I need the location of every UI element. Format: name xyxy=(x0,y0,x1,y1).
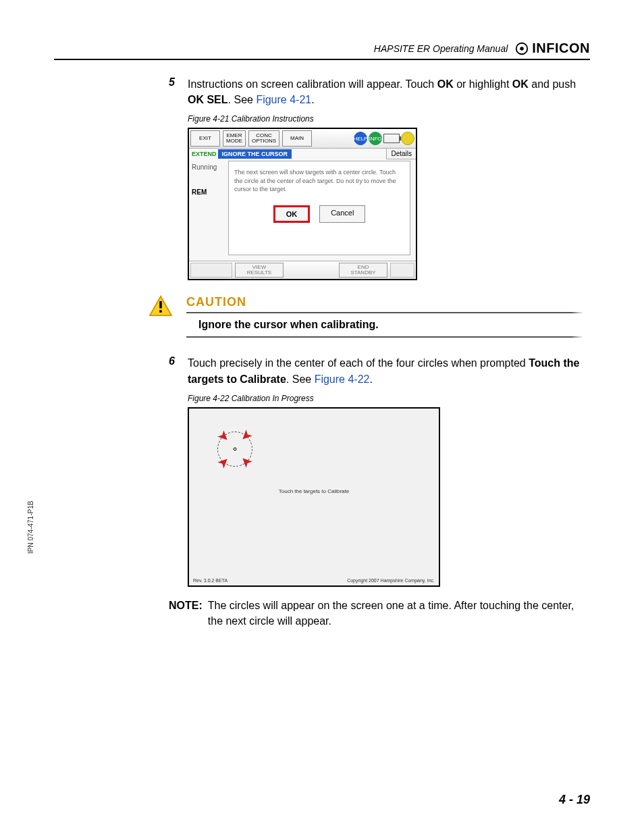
revision-label: Rev. 3.0.2 BETA xyxy=(193,578,227,583)
caution-text: Ignore the cursor when calibrating. xyxy=(198,319,583,331)
exit-button[interactable]: EXIT xyxy=(190,130,220,147)
svg-rect-4 xyxy=(159,311,162,313)
figure-4-21-link[interactable]: Figure 4-21 xyxy=(256,94,311,105)
running-label: Running xyxy=(192,163,225,171)
copyright-label: Copyright 2007 Hampshire Company, Inc. xyxy=(347,578,435,583)
figure-4-22: ➤ ➤ ➤ ➤ Touch the targets to Calibrate R… xyxy=(188,407,440,587)
note-text: The circles will appear on the screen on… xyxy=(208,598,583,629)
figure-4-21-caption: Figure 4-21 Calibration Instructions xyxy=(188,114,583,124)
bottom-slot xyxy=(190,263,232,278)
step-number: 6 xyxy=(169,355,178,386)
brand-name: INFICON xyxy=(532,41,590,56)
caution-title: CAUTION xyxy=(186,295,583,309)
ipn-sidebar: IPN 074-471-P1B xyxy=(27,501,34,554)
end-standby-button[interactable]: ENDSTANDBY xyxy=(339,263,387,278)
brand-logo: INFICON xyxy=(514,41,590,56)
ok-button[interactable]: OK xyxy=(273,205,311,223)
note-label: NOTE: xyxy=(169,598,203,629)
conc-options-button[interactable]: CONCOPTIONS xyxy=(248,130,279,147)
calibration-target[interactable]: ➤ ➤ ➤ ➤ xyxy=(213,427,257,471)
svg-rect-3 xyxy=(159,301,162,309)
header-title: HAPSITE ER Operating Manual xyxy=(374,43,508,54)
battery-icon xyxy=(383,134,400,143)
figure-4-22-link[interactable]: Figure 4-22 xyxy=(315,373,370,385)
svg-point-1 xyxy=(520,47,525,51)
main-button[interactable]: MAIN xyxy=(282,130,312,147)
dialog-message: The next screen will show targets with a… xyxy=(234,168,404,192)
fig21-toolbar: EXIT EMERMODE CONCOPTIONS MAIN HELP INFO xyxy=(189,129,416,149)
figure-4-22-caption: Figure 4-22 Calibration In Progress xyxy=(188,394,583,403)
status-icon xyxy=(401,132,414,145)
figure-4-21: EXIT EMERMODE CONCOPTIONS MAIN HELP INFO… xyxy=(188,128,417,280)
step-6: 6 Touch precisely in the center of each … xyxy=(169,355,583,386)
page-number: 4 - 19 xyxy=(559,793,590,807)
step-number: 5 xyxy=(169,76,178,107)
dialog-title: IGNORE THE CURSOR xyxy=(218,149,292,159)
note: NOTE: The circles will appear on the scr… xyxy=(169,598,583,629)
rem-label: REM xyxy=(192,188,225,196)
help-icon[interactable]: HELP xyxy=(354,132,367,145)
details-button[interactable]: Details xyxy=(386,149,416,159)
view-results-button[interactable]: VIEWRESULTS xyxy=(235,263,284,278)
step-6-text: Touch precisely in the center of each of… xyxy=(188,355,583,386)
calibration-prompt: Touch the targets to Calibrate xyxy=(189,488,439,494)
bottom-slot xyxy=(390,263,414,278)
step-5: 5 Instructions on screen calibration wil… xyxy=(169,76,583,107)
caution-icon xyxy=(149,295,173,317)
extend-label: EXTEND xyxy=(189,149,218,159)
cancel-button[interactable]: Cancel xyxy=(319,205,365,223)
caution-block: CAUTION Ignore the cursor when calibrati… xyxy=(149,295,583,343)
info-icon[interactable]: INFO xyxy=(369,132,382,145)
step-5-text: Instructions on screen calibration will … xyxy=(188,76,583,107)
page-header: HAPSITE ER Operating Manual INFICON xyxy=(54,41,590,60)
calibration-dialog: The next screen will show targets with a… xyxy=(228,161,410,255)
emer-mode-button[interactable]: EMERMODE xyxy=(223,130,246,147)
